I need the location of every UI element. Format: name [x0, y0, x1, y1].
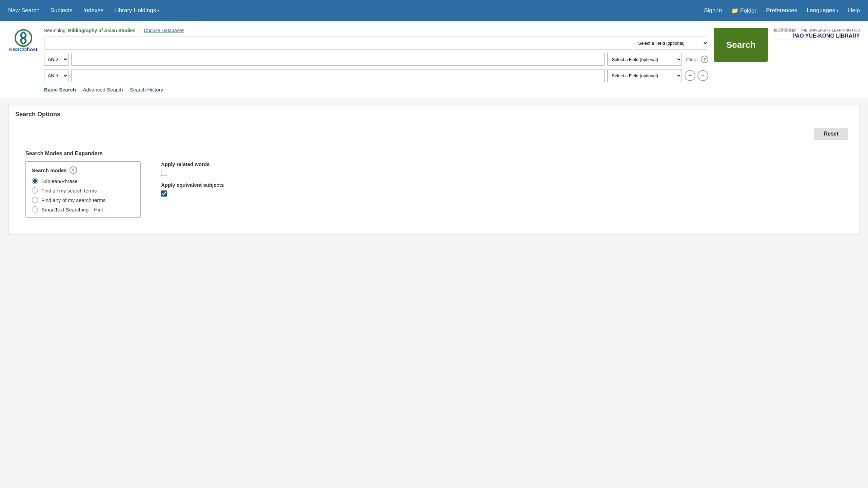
- search-modes-title: Search modes ?: [32, 166, 134, 174]
- apply-related-words-label: Apply related words: [161, 161, 224, 167]
- mode-smarttext-radio[interactable]: [32, 206, 38, 212]
- database-name: Bibliography of Asian Studies: [68, 28, 136, 33]
- search-options-inner: Reset Search Modes and Expanders Search …: [14, 122, 854, 229]
- top-navigation: New Search Subjects Indexes Library Hold…: [0, 0, 868, 21]
- nav-help[interactable]: Help: [848, 7, 860, 14]
- search-area: EBSCOhost Searching: Bibliography of Asi…: [0, 21, 868, 98]
- mode-find-all-label: Find all my search terms: [41, 188, 97, 194]
- search-options-title: Search Options: [8, 105, 860, 118]
- search-row-3: ANDORNOT Select a Field (optional) + −: [44, 69, 708, 82]
- nav-languages[interactable]: Languages ▾: [807, 7, 839, 14]
- mode-boolean-radio[interactable]: [32, 178, 38, 184]
- ebscohost-logo: EBSCOhost: [8, 28, 39, 52]
- nav-preferences[interactable]: Preferences: [766, 7, 797, 14]
- apply-equivalent-subjects: Apply equivalent subjects: [161, 182, 224, 197]
- apply-related-words-checkbox-item[interactable]: [161, 170, 224, 176]
- modes-expanders-title: Search Modes and Expanders: [25, 150, 843, 157]
- mode-smarttext-label: SmartText Searching: [41, 207, 88, 212]
- remove-row-button[interactable]: −: [697, 70, 708, 81]
- apply-options-col: Apply related words Apply equivalent sub…: [161, 161, 224, 197]
- apply-equivalent-subjects-label: Apply equivalent subjects: [161, 182, 224, 188]
- nav-sign-in[interactable]: Sign In: [704, 7, 722, 14]
- ebscohost-text: EBSCOhost: [9, 47, 38, 52]
- library-english-tagline: THE UNIVERSITY LEARNING HUB: [800, 28, 860, 32]
- library-red-line: [773, 40, 860, 40]
- nav-indexes[interactable]: Indexes: [83, 7, 104, 14]
- nav-library-holdings[interactable]: Library Holdings ▾: [114, 7, 159, 14]
- mode-find-all-item[interactable]: Find all my search terms: [32, 187, 134, 194]
- field-select-3[interactable]: Select a Field (optional): [607, 69, 682, 82]
- search-input-2[interactable]: [71, 53, 605, 66]
- mode-find-all-radio[interactable]: [32, 187, 38, 194]
- modes-columns: Search modes ? Boolean/Phrase Find all m…: [25, 161, 843, 218]
- search-options-section: Search Options Reset Search Modes and Ex…: [8, 105, 860, 235]
- clear-link[interactable]: Clear: [686, 57, 698, 62]
- search-form: Searching: Bibliography of Asian Studies…: [44, 28, 708, 93]
- clear-help-actions: Clear ?: [686, 56, 708, 63]
- choose-databases-link[interactable]: Choose Databases: [140, 28, 184, 33]
- search-row-1: Select a Field (optional): [44, 37, 708, 49]
- nav-new-search[interactable]: New Search: [8, 7, 40, 14]
- bool-select-2[interactable]: ANDORNOT: [44, 53, 68, 66]
- library-logo-text: 包玉剛圖書館 THE UNIVERSITY LEARNING HUB: [773, 28, 860, 33]
- field-select-1[interactable]: Select a Field (optional): [634, 37, 708, 49]
- add-row-button[interactable]: +: [685, 70, 695, 81]
- search-button[interactable]: Search: [714, 28, 768, 62]
- nav-languages-label[interactable]: Languages: [807, 7, 835, 14]
- mode-boolean-label: Boolean/Phrase: [41, 178, 78, 184]
- apply-related-words: Apply related words: [161, 161, 224, 176]
- search-input-3[interactable]: [71, 69, 605, 82]
- nav-right: Sign In 📁 Folder Preferences Languages ▾…: [704, 7, 860, 14]
- search-modes-help-icon[interactable]: ?: [70, 166, 77, 174]
- folder-icon: 📁: [731, 7, 738, 14]
- search-mode-links: Basic Search Advanced Search Search Hist…: [44, 87, 708, 93]
- add-remove-buttons: + −: [685, 70, 708, 81]
- reset-button[interactable]: Reset: [814, 128, 848, 140]
- languages-arrow-icon: ▾: [836, 8, 839, 13]
- search-modes-box: Search modes ? Boolean/Phrase Find all m…: [25, 161, 141, 218]
- search-row-2: ANDORNOT Select a Field (optional) Clear…: [44, 53, 708, 66]
- nav-subjects[interactable]: Subjects: [51, 7, 73, 14]
- ebsco-logo-icon: [15, 29, 32, 47]
- field-select-2[interactable]: Select a Field (optional): [607, 53, 682, 66]
- help-icon[interactable]: ?: [701, 56, 708, 63]
- search-rows: Select a Field (optional) ANDORNOT Selec…: [44, 37, 708, 82]
- library-logo: 包玉剛圖書館 THE UNIVERSITY LEARNING HUB PAO Y…: [773, 28, 860, 40]
- search-button-col: Search: [714, 28, 768, 62]
- nav-folder[interactable]: 📁 Folder: [731, 7, 756, 14]
- mode-find-any-item[interactable]: Find any of my search terms: [32, 197, 134, 203]
- search-modes-expanders: Search Modes and Expanders Search modes …: [20, 145, 848, 223]
- mode-smarttext-item[interactable]: SmartText Searching Hint: [32, 206, 134, 212]
- hint-link[interactable]: Hint: [94, 207, 103, 212]
- library-holdings-arrow-icon: ▾: [157, 8, 159, 13]
- nav-left: New Search Subjects Indexes Library Hold…: [8, 7, 159, 14]
- radio-group: Boolean/Phrase Find all my search terms …: [32, 178, 134, 212]
- apply-equivalent-subjects-checkbox-item[interactable]: [161, 190, 224, 197]
- mode-find-any-label: Find any of my search terms: [41, 197, 105, 203]
- apply-related-words-checkbox[interactable]: [161, 170, 167, 176]
- apply-equivalent-subjects-checkbox[interactable]: [161, 190, 167, 197]
- library-full-name: PAO YUE-KONG LIBRARY: [792, 33, 860, 39]
- reset-row: Reset: [20, 128, 848, 140]
- search-input-1[interactable]: [44, 37, 631, 49]
- library-chinese-name: 包玉剛圖書館: [773, 28, 796, 32]
- database-info: Searching: Bibliography of Asian Studies…: [44, 28, 708, 33]
- basic-search-link[interactable]: Basic Search: [44, 87, 76, 93]
- nav-library-holdings-label[interactable]: Library Holdings: [114, 7, 156, 14]
- mode-find-any-radio[interactable]: [32, 197, 38, 203]
- search-history-link[interactable]: Search History: [130, 87, 163, 93]
- searching-label: Searching:: [44, 28, 67, 33]
- mode-boolean-item[interactable]: Boolean/Phrase: [32, 178, 134, 184]
- advanced-search-label: Advanced Search: [83, 87, 123, 93]
- bool-select-3[interactable]: ANDORNOT: [44, 69, 68, 82]
